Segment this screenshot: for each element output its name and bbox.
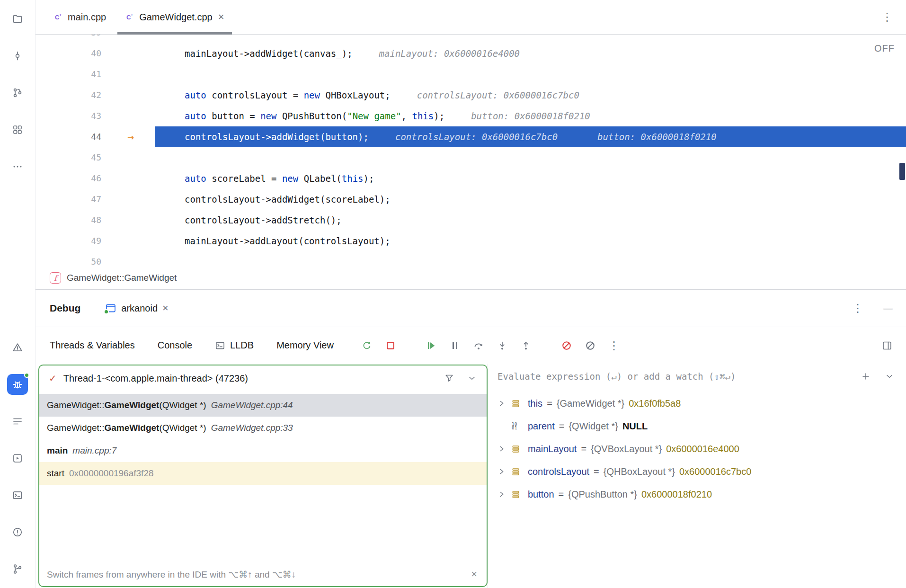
frame-row[interactable]: GameWidget::GameWidget(QWidget *)GameWid…	[39, 417, 487, 439]
code-line[interactable]: 48 controlsLayout->addStretch();	[36, 210, 906, 231]
kebab-icon[interactable]: ⋮	[852, 303, 863, 314]
frame-row-library[interactable]: start0x0000000196af3f28	[39, 462, 487, 485]
execution-arrow-icon: →	[127, 126, 134, 147]
code-line-execution-point[interactable]: 44→ controlsLayout->addWidget(button);co…	[36, 126, 906, 147]
frame-location: main.cpp:7	[72, 445, 116, 456]
minimize-icon[interactable]: —	[883, 303, 893, 314]
sidebar-item-commit[interactable]	[7, 45, 28, 66]
sidebar-item-project[interactable]	[7, 9, 28, 29]
line-number: 43	[91, 111, 101, 121]
chevron-down-icon[interactable]	[467, 373, 477, 383]
scrollbar-position-marker[interactable]	[899, 163, 905, 180]
code-text: controlsLayout->addStretch();	[155, 210, 906, 231]
frame-function: GameWidget	[104, 423, 159, 433]
expand-chevron-icon[interactable]	[497, 467, 512, 476]
step-into-icon[interactable]	[497, 340, 508, 351]
disable-watches-icon[interactable]	[585, 340, 596, 351]
frame-location: GameWidget.cpp:33	[211, 423, 293, 433]
code-line[interactable]: 47 controlsLayout->addWidget(scoreLabel)…	[36, 189, 906, 210]
sidebar-item-debug[interactable]	[7, 374, 28, 395]
sidebar-item-pull-requests[interactable]	[7, 82, 28, 103]
gutter[interactable]: 49	[36, 231, 155, 251]
gutter[interactable]: 50	[36, 251, 155, 267]
sidebar-item-structure[interactable]	[7, 119, 28, 140]
evaluate-expression-input[interactable]: Evaluate expression (↵) or add a watch (…	[488, 364, 906, 389]
pause-icon[interactable]	[449, 340, 461, 351]
sidebar-item-problems[interactable]	[7, 522, 28, 543]
variable-row[interactable]: 1001 parent={QWidget *}NULL	[488, 415, 906, 437]
frame-qualifier: GameWidget::	[47, 400, 104, 410]
code-line[interactable]: 49 mainLayout->addLayout(controlsLayout)…	[36, 231, 906, 251]
expand-chevron-icon[interactable]	[497, 399, 512, 408]
variable-row[interactable]: controlsLayout={QHBoxLayout *}0x6000016c…	[488, 460, 906, 483]
code-line[interactable]: 43 auto button = new QPushButton("New ga…	[36, 106, 906, 126]
stop-icon[interactable]	[385, 340, 396, 351]
gutter[interactable]: 41	[36, 64, 155, 85]
gutter[interactable]: 40	[36, 43, 155, 64]
sidebar-item-version-control[interactable]	[7, 559, 28, 579]
gutter[interactable]: 43	[36, 106, 155, 126]
sidebar-item-more[interactable]	[7, 156, 28, 177]
tab-memory-view[interactable]: Memory View	[276, 340, 334, 351]
gutter[interactable]: 45	[36, 147, 155, 168]
close-session-icon[interactable]: ×	[162, 302, 169, 314]
variable-row[interactable]: mainLayout={QVBoxLayout *}0x6000016e4000	[488, 437, 906, 460]
code-editor[interactable]: 39 40 mainLayout->addWidget(canvas_);mai…	[36, 35, 906, 267]
gutter[interactable]: 46	[36, 168, 155, 189]
variable-value: 0x6000016c7bc0	[679, 466, 751, 477]
view-tab-label: Threads & Variables	[50, 340, 135, 351]
debug-tool-window-header: Debug arkanoid × ⋮ —	[36, 290, 906, 327]
code-line[interactable]: 39	[36, 35, 906, 43]
frame-row[interactable]: mainmain.cpp:7	[39, 439, 487, 462]
thread-selector[interactable]: ✓ Thread-1-<com.apple.main-thread> (4723…	[39, 365, 487, 391]
close-hint-icon[interactable]: ×	[471, 569, 477, 579]
tab-lldb[interactable]: LLDB	[215, 340, 254, 351]
thread-status-check-icon: ✓	[49, 373, 57, 384]
code-line[interactable]: 45	[36, 147, 906, 168]
inline-debugger-hint: controlsLayout: 0x6000016c7bc0	[395, 132, 558, 142]
gutter[interactable]: 39	[36, 35, 155, 43]
sidebar-item-warnings[interactable]	[7, 337, 28, 358]
tab-bar-options[interactable]: ⋮	[881, 0, 906, 34]
expand-chevron-icon[interactable]	[497, 445, 512, 453]
expand-chevron-icon[interactable]	[497, 490, 512, 499]
tab-console[interactable]: Console	[158, 340, 192, 351]
step-out-icon[interactable]	[520, 340, 532, 351]
resume-icon[interactable]	[426, 340, 437, 351]
variable-row[interactable]: this={GameWidget *}0x16f0fb5a8	[488, 392, 906, 415]
kebab-icon[interactable]: ⋮	[608, 340, 620, 351]
gutter[interactable]: 48	[36, 210, 155, 231]
sidebar-item-lists[interactable]	[7, 411, 28, 432]
code-text	[155, 64, 906, 85]
code-line[interactable]: 40 mainLayout->addWidget(canvas_);mainLa…	[36, 43, 906, 64]
tab-gamewidget-cpp[interactable]: C+ GameWidget.cpp ×	[115, 0, 233, 34]
sidebar-item-services[interactable]	[7, 448, 28, 469]
rerun-icon[interactable]	[361, 340, 373, 351]
mute-breakpoints-icon[interactable]	[561, 340, 572, 351]
gutter[interactable]: 47	[36, 189, 155, 210]
variable-row[interactable]: button={QPushButton *}0x6000018f0210	[488, 483, 906, 506]
code-line[interactable]: 42 auto controlsLayout = new QHBoxLayout…	[36, 85, 906, 106]
code-line[interactable]: 46 auto scoreLabel = new QLabel(this);	[36, 168, 906, 189]
variable-name: controlsLayout	[528, 466, 589, 477]
tab-main-cpp[interactable]: C+ main.cpp	[44, 0, 115, 34]
code-line[interactable]: 41	[36, 64, 906, 85]
tab-threads-variables[interactable]: Threads & Variables	[50, 340, 135, 351]
debug-session-tab-arkanoid[interactable]: arkanoid ×	[102, 302, 171, 314]
chevron-down-icon[interactable]	[884, 371, 895, 382]
squares-icon	[12, 124, 23, 135]
gutter[interactable]: 44→	[36, 126, 155, 147]
close-tab-icon[interactable]: ×	[218, 12, 224, 22]
code-line[interactable]: 50	[36, 251, 906, 267]
step-over-icon[interactable]	[473, 340, 484, 351]
filter-icon[interactable]	[444, 373, 454, 383]
breadcrumb-function[interactable]: GameWidget::GameWidget	[67, 273, 177, 283]
ide-window: C+ main.cpp C+ GameWidget.cpp × ⋮ 39 40 …	[0, 0, 906, 588]
line-number: 44	[91, 132, 101, 142]
thread-actions	[444, 373, 477, 383]
layout-settings[interactable]	[881, 340, 893, 351]
sidebar-item-terminal[interactable]	[7, 485, 28, 506]
add-watch-icon[interactable]	[861, 371, 871, 382]
frame-row[interactable]: GameWidget::GameWidget(QWidget *)GameWid…	[39, 394, 487, 417]
gutter[interactable]: 42	[36, 85, 155, 106]
